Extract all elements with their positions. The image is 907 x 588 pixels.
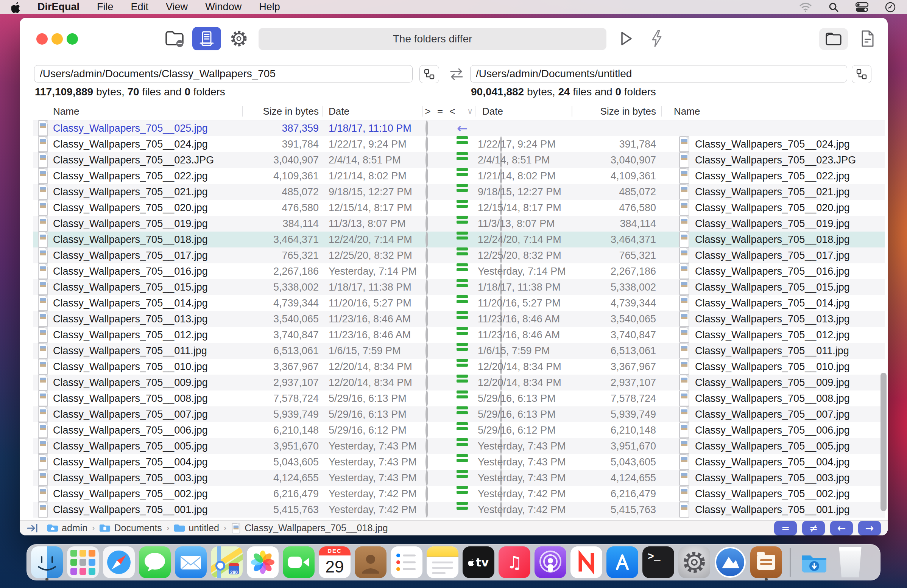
file-name-left: Classy_Wallpapers_705__018.jpg <box>53 232 208 248</box>
settings-gear-icon[interactable] <box>227 27 251 50</box>
file-size-left: 4,109,361 <box>211 168 319 184</box>
wifi-icon[interactable] <box>800 2 812 12</box>
header-compare[interactable]: > = < <box>419 102 463 120</box>
vertical-scrollbar-thumb[interactable] <box>880 373 886 511</box>
header-date-right[interactable]: Date <box>482 102 503 120</box>
dock-music-icon[interactable]: ♫ <box>498 546 531 578</box>
compare-dot-icon <box>425 454 428 470</box>
dock-maps-icon[interactable]: 280 <box>210 546 243 578</box>
swap-sides-icon[interactable] <box>446 65 467 83</box>
dock-contacts-icon[interactable] <box>354 546 387 578</box>
copy-left-button[interactable]: ← <box>830 521 853 535</box>
header-name-left[interactable]: Name <box>53 102 79 120</box>
file-size-right: 4,739,344 <box>575 295 656 311</box>
table-row[interactable]: Classy_Wallpapers_705__017.jpg 765,321 1… <box>33 248 885 264</box>
zoom-window-button[interactable] <box>67 33 78 45</box>
breadcrumb-item[interactable]: untitled <box>174 522 219 534</box>
table-row[interactable]: Classy_Wallpapers_705__010.jpg 3,367,967… <box>33 359 885 375</box>
apple-menu-icon[interactable] <box>11 1 22 13</box>
dock-appstore-icon[interactable] <box>606 546 639 578</box>
left-browse-tree-button[interactable] <box>420 65 439 83</box>
dock-appletv-icon[interactable]: tv <box>462 546 495 578</box>
file-size-left: 6,210,148 <box>211 422 319 438</box>
right-path-input[interactable] <box>470 65 847 83</box>
dock-trash-icon[interactable] <box>834 546 867 578</box>
dock-calendar-icon[interactable]: DEC29 <box>318 546 351 578</box>
dock-facetime-icon[interactable] <box>282 546 315 578</box>
menu-bar: DirEqual FileEditViewWindowHelp <box>0 0 907 14</box>
table-row[interactable]: Classy_Wallpapers_705__011.jpg 6,513,061… <box>33 343 885 359</box>
spotlight-search-icon[interactable] <box>828 2 839 13</box>
menu-item-file[interactable]: File <box>97 1 114 13</box>
header-date-left[interactable]: Date <box>329 102 349 120</box>
minimize-window-button[interactable] <box>51 33 63 45</box>
table-row[interactable]: Classy_Wallpapers_705__009.jpg 2,937,107… <box>33 375 885 390</box>
close-window-button[interactable] <box>36 33 48 45</box>
table-row[interactable]: Classy_Wallpapers_705__014.jpg 4,739,344… <box>33 295 885 311</box>
file-name-left: Classy_Wallpapers_705__022.jpg <box>53 168 208 184</box>
header-name-right[interactable]: Name <box>674 102 700 120</box>
table-row[interactable]: Classy_Wallpapers_705__008.jpg 7,578,724… <box>33 390 885 406</box>
dock-mountainapp-icon[interactable] <box>714 546 747 578</box>
menu-item-edit[interactable]: Edit <box>131 1 149 13</box>
file-date-left: 1/21/14, 8:02 PM <box>329 168 427 184</box>
dock-mail-icon[interactable] <box>175 546 207 578</box>
menu-item-view[interactable]: View <box>166 1 188 13</box>
table-row[interactable]: Classy_Wallpapers_705__005.jpg 3,951,670… <box>33 438 885 454</box>
dock-downloads-icon[interactable] <box>798 546 830 578</box>
menu-app-name[interactable]: DirEqual <box>37 1 80 13</box>
dock-photos-icon[interactable] <box>247 546 279 578</box>
table-row[interactable]: Classy_Wallpapers_705__022.jpg 4,109,361… <box>33 168 885 184</box>
copy-right-button[interactable]: → <box>858 521 881 535</box>
breadcrumb-item[interactable]: admin <box>47 522 87 534</box>
table-row[interactable]: Classy_Wallpapers_705__002.jpg 6,216,479… <box>33 486 885 502</box>
header-size-right[interactable]: Size in bytes <box>575 102 656 120</box>
left-path-input[interactable] <box>34 65 413 83</box>
table-row[interactable]: Classy_Wallpapers_705__018.jpg 3,464,371… <box>33 232 885 248</box>
table-row[interactable]: Classy_Wallpapers_705__019.jpg 384,114 1… <box>33 216 885 232</box>
table-row[interactable]: Classy_Wallpapers_705__006.jpg 6,210,148… <box>33 422 885 438</box>
menu-item-window[interactable]: Window <box>205 1 242 13</box>
control-center-icon[interactable] <box>856 2 869 12</box>
table-row[interactable]: Classy_Wallpapers_705__023.JPG 3,040,907… <box>33 152 885 168</box>
dock-direqual-icon[interactable] <box>750 546 782 578</box>
table-row[interactable]: Classy_Wallpapers_705__015.jpg 5,338,002… <box>33 279 885 295</box>
header-size-left[interactable]: Size in bytes <box>211 102 319 120</box>
clock-icon[interactable] <box>885 2 896 13</box>
right-browse-tree-button[interactable] <box>852 65 872 83</box>
dock-finder-icon[interactable] <box>30 546 63 578</box>
quick-action-flash-button[interactable] <box>648 27 665 50</box>
table-row[interactable]: Classy_Wallpapers_705__004.jpg 5,043,605… <box>33 454 885 470</box>
table-row[interactable]: Classy_Wallpapers_705__024.jpg 391,784 1… <box>33 136 885 152</box>
table-row[interactable]: Classy_Wallpapers_705__007.jpg 5,939,749… <box>33 406 885 422</box>
dock-podcasts-icon[interactable] <box>534 546 567 578</box>
open-folder-button[interactable] <box>819 28 848 50</box>
dock-notes-icon[interactable] <box>426 546 459 578</box>
table-row[interactable]: Classy_Wallpapers_705__003.jpg 4,124,655… <box>33 470 885 486</box>
dock-reminders-icon[interactable] <box>390 546 423 578</box>
table-row[interactable]: Classy_Wallpapers_705__016.jpg 2,267,186… <box>33 264 885 279</box>
dock-settings-icon[interactable] <box>678 546 710 578</box>
table-row[interactable]: Classy_Wallpapers_705__013.jpg 3,540,065… <box>33 311 885 327</box>
table-row[interactable]: Classy_Wallpapers_705__020.jpg 476,580 1… <box>33 200 885 216</box>
dock-launchpad-icon[interactable] <box>67 546 99 578</box>
breadcrumb-item[interactable]: Documents <box>99 522 162 534</box>
table-row[interactable]: Classy_Wallpapers_705__001.jpg 5,415,763… <box>33 502 885 518</box>
compare-view-button[interactable] <box>192 27 221 50</box>
dock-news-icon[interactable] <box>570 546 603 578</box>
reveal-in-finder-icon[interactable] <box>27 522 38 534</box>
menu-item-help[interactable]: Help <box>259 1 280 13</box>
show-different-button[interactable]: ≠ <box>802 521 825 535</box>
dock-safari-icon[interactable] <box>103 546 135 578</box>
table-row[interactable]: Classy_Wallpapers_705__025.jpg 387,359 1… <box>33 120 885 136</box>
table-row[interactable]: Classy_Wallpapers_705__012.jpg 3,740,847… <box>33 327 885 343</box>
table-row[interactable]: Classy_Wallpapers_705__021.jpg 485,072 9… <box>33 184 885 200</box>
exclude-folder-button[interactable] <box>162 27 187 50</box>
dock-messages-icon[interactable] <box>139 546 171 578</box>
dock-terminal-icon[interactable]: >_ <box>642 546 675 578</box>
show-equal-button[interactable]: = <box>774 521 797 535</box>
report-document-button[interactable] <box>857 27 878 50</box>
breadcrumb-item[interactable]: Classy_Wallpapers_705__018.jpg <box>231 522 388 535</box>
run-comparison-button[interactable] <box>617 27 635 50</box>
compare-filter-chevron-icon[interactable]: ∨ <box>467 102 473 120</box>
